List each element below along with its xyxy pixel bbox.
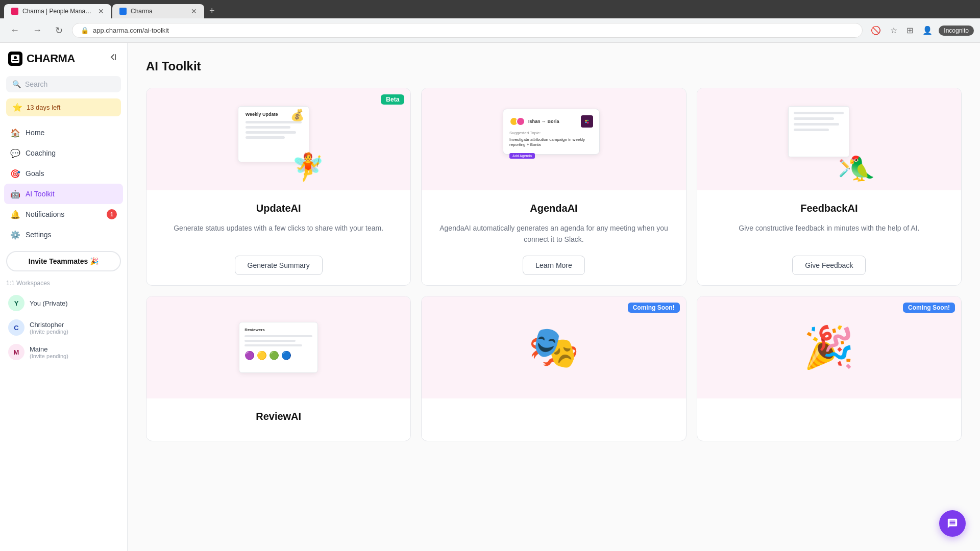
workspace-item-christopher[interactable]: C Christopher (Invite pending) [6, 315, 121, 340]
feedback-doc [788, 106, 849, 157]
coming-soon-1-illustration: Coming Soon! 🎭 [422, 296, 685, 398]
forward-button[interactable]: → [29, 23, 46, 38]
beta-badge: Beta [381, 94, 404, 105]
review-ai-body: ReviewAI [146, 398, 410, 441]
main-content: AI Toolkit Beta Weekly Update [128, 43, 980, 551]
update-ai-title: UpdateAI [159, 203, 398, 214]
browser-tab-1[interactable]: Charma | People Management S... ✕ [4, 4, 111, 18]
svg-rect-2 [12, 60, 18, 61]
sidebar-item-ai-toolkit-label: AI Toolkit [26, 190, 55, 198]
workspace-name-christopher: Christopher [30, 321, 119, 329]
learn-more-button[interactable]: Learn More [523, 256, 585, 275]
feedback-ai-illustration: 🦜 ✏️ 🧪 [697, 88, 961, 190]
sidebar-item-goals[interactable]: 🎯 Goals [4, 163, 123, 184]
home-icon: 🏠 [10, 128, 20, 138]
avatar-you: Y [8, 295, 24, 311]
sidebar-item-coaching[interactable]: 💬 Coaching [4, 143, 123, 163]
sidebar-item-home[interactable]: 🏠 Home [4, 122, 123, 143]
give-feedback-button[interactable]: Give Feedback [792, 256, 866, 275]
lock-icon: 🔒 [81, 27, 89, 34]
feedback-ai-card: 🦜 ✏️ 🧪 FeedbackAI Give constructive feed… [697, 88, 962, 286]
tab-favicon-2 [119, 8, 127, 15]
notifications-badge: 1 [107, 209, 117, 219]
agenda-card: Ishan ↔ Boria Suggested Topic: Investiga… [503, 109, 600, 155]
workspace-sub-maine: (Invite pending) [30, 353, 119, 359]
agenda-ai-title: AgendaAI [434, 203, 673, 214]
coming-soon-1-art: 🎭 [528, 327, 579, 368]
agenda-ai-action-area: Learn More [434, 256, 673, 275]
ai-toolkit-icon: 🤖 [10, 189, 20, 199]
tab-close-1[interactable]: ✕ [98, 7, 104, 15]
chat-fab-button[interactable] [939, 510, 966, 537]
notifications-icon: 🔔 [10, 209, 20, 219]
coming-soon-2-art: 🎉 [803, 327, 854, 368]
trial-text: 13 days left [27, 104, 61, 111]
feedback-ai-desc: Give constructive feedback in minutes wi… [709, 222, 949, 245]
pink-character-feedback: 🦜 [847, 157, 876, 180]
agenda-ai-desc: AgendaAI automatically generates an agen… [434, 222, 673, 245]
coming-soon-2-illustration: Coming Soon! 🎉 [697, 296, 961, 398]
workspace-info-maine: Maine (Invite pending) [30, 345, 119, 359]
toolkit-grid: Beta Weekly Update 🧚 💰 [146, 88, 962, 441]
workspace-info-you: You (Private) [30, 299, 119, 307]
tab-label-1: Charma | People Management S... [22, 8, 94, 15]
review-ai-card: Reviewers 🟣 🟡 🟢 🔵 [146, 296, 411, 441]
feedback-ai-body: FeedbackAI Give constructive feedback in… [697, 190, 961, 285]
sidebar-logo-area: CHARMA [0, 43, 127, 72]
workspace-item-you[interactable]: Y You (Private) [6, 291, 121, 315]
coming-soon-badge-1: Coming Soon! [628, 303, 680, 313]
sidebar-item-ai-toolkit[interactable]: 🤖 AI Toolkit [4, 184, 123, 204]
update-ai-illustration: Beta Weekly Update 🧚 💰 [146, 88, 410, 190]
camera-off-icon[interactable]: 🚫 [868, 23, 884, 37]
split-view-icon[interactable]: ⊞ [903, 23, 916, 37]
sidebar-item-notifications-label: Notifications [26, 210, 64, 218]
coming-soon-card-1: Coming Soon! 🎭 [421, 296, 686, 441]
workspace-name-maine: Maine [30, 345, 119, 353]
sidebar-item-notifications[interactable]: 🔔 Notifications 1 [4, 204, 123, 224]
coming-soon-badge-2: Coming Soon! [903, 303, 955, 313]
trial-icon: ⭐ [12, 103, 22, 112]
back-button[interactable]: ← [6, 23, 23, 38]
invite-btn-label: Invite Teammates 🎉 [29, 257, 99, 265]
sidebar-collapse-button[interactable] [107, 51, 119, 66]
incognito-badge: Incognito [939, 26, 974, 36]
svg-point-1 [14, 56, 17, 59]
logo-text: CHARMA [27, 52, 75, 65]
new-tab-button[interactable]: + [205, 4, 219, 18]
workspace-sub-christopher: (Invite pending) [30, 329, 119, 335]
feedback-ai-title: FeedbackAI [709, 203, 949, 214]
search-box[interactable]: 🔍 Search [6, 76, 121, 92]
agenda-ai-body: AgendaAI AgendaAI automatically generate… [422, 190, 685, 285]
search-area[interactable]: 🔍 Search [0, 72, 127, 96]
profile-icon[interactable]: 👤 [919, 23, 936, 37]
goals-icon: 🎯 [10, 168, 20, 179]
refresh-button[interactable]: ↻ [51, 23, 67, 38]
coaching-icon: 💬 [10, 148, 20, 158]
coming-soon-2-body [697, 398, 961, 441]
generate-summary-button[interactable]: Generate Summary [235, 256, 323, 275]
invite-teammates-button[interactable]: Invite Teammates 🎉 [6, 251, 121, 271]
avatar-christopher: C [8, 319, 24, 336]
sidebar-item-settings-label: Settings [26, 231, 52, 239]
main-nav: 🏠 Home 💬 Coaching 🎯 Goals 🤖 AI Toolkit 🔔… [0, 120, 127, 247]
review-ai-title: ReviewAI [159, 411, 398, 422]
settings-icon: ⚙️ [10, 230, 20, 240]
coming-soon-1-body [422, 398, 685, 441]
feedback-ai-action-area: Give Feedback [709, 256, 949, 275]
app-layout: CHARMA 🔍 Search ⭐ 13 days left 🏠 Home 💬 … [0, 43, 980, 551]
update-ai-desc: Generate status updates with a few click… [159, 222, 398, 245]
workspace-info-christopher: Christopher (Invite pending) [30, 321, 119, 335]
browser-toolbar: ← → ↻ 🔒 app.charma.com/ai-toolkit 🚫 ☆ ⊞ … [0, 18, 980, 43]
sidebar-item-settings[interactable]: ⚙️ Settings [4, 224, 123, 245]
tab-close-2[interactable]: ✕ [191, 7, 197, 15]
workspace-item-maine[interactable]: M Maine (Invite pending) [6, 340, 121, 364]
browser-tab-2[interactable]: Charma ✕ [112, 4, 204, 18]
tab-label-2: Charma [131, 8, 153, 15]
address-bar[interactable]: 🔒 app.charma.com/ai-toolkit [72, 23, 863, 38]
bookmark-icon[interactable]: ☆ [887, 23, 900, 37]
workspace-section: 1:1 Workspaces Y You (Private) C Christo… [0, 276, 127, 368]
money-icon: 💰 [290, 109, 304, 122]
workspace-name-you: You (Private) [30, 299, 119, 307]
page-title: AI Toolkit [146, 59, 962, 73]
review-card: Reviewers 🟣 🟡 🟢 🔵 [239, 322, 318, 373]
